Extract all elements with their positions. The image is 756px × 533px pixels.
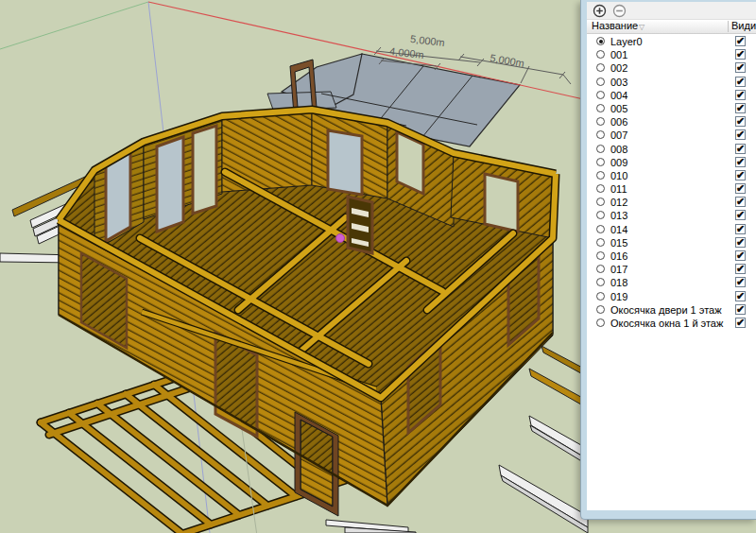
layer-name[interactable]: 011	[610, 182, 627, 196]
layer-current-radio[interactable]	[596, 130, 605, 139]
layer-row[interactable]: Окосячка двери 1 этаж	[587, 303, 756, 317]
layer-name[interactable]: 012	[610, 196, 627, 209]
layer-visible-checkbox[interactable]	[735, 210, 746, 220]
layers-toolbar	[587, 2, 756, 20]
layer-current-radio[interactable]	[596, 158, 605, 166]
layer-name[interactable]: 005	[610, 102, 627, 115]
layer-name[interactable]: 013	[610, 209, 627, 222]
layer-name[interactable]: Layer0	[610, 35, 643, 48]
layer-current-radio[interactable]	[596, 278, 605, 286]
layer-name[interactable]: 018	[610, 276, 627, 289]
layer-visible-checkbox[interactable]	[735, 224, 746, 234]
layer-name[interactable]: 006	[610, 115, 627, 129]
layer-row[interactable]: 015	[587, 236, 756, 249]
plus-circle-icon	[593, 4, 607, 18]
layer-visible-checkbox[interactable]	[735, 250, 746, 261]
layer-row[interactable]: 006	[587, 115, 756, 129]
layer-current-radio[interactable]	[596, 145, 605, 153]
layer-visible-checkbox[interactable]	[735, 77, 746, 87]
layer-visible-checkbox[interactable]	[735, 49, 746, 60]
minus-circle-icon	[612, 4, 627, 18]
layer-row[interactable]: 007	[587, 129, 756, 142]
layer-visible-checkbox[interactable]	[735, 90, 746, 100]
layers-panel: Название ▽ Види.. Layer00010020030040050…	[580, 0, 756, 520]
layer-visible-checkbox[interactable]	[735, 197, 746, 207]
layer-visible-checkbox[interactable]	[735, 144, 746, 154]
layer-list: Layer00010020030040050060070080090100110…	[587, 34, 756, 510]
layer-visible-checkbox[interactable]	[735, 103, 746, 113]
layer-visible-checkbox[interactable]	[735, 62, 746, 73]
layer-row[interactable]: 004	[587, 89, 756, 102]
column-divider	[728, 21, 729, 32]
layer-visible-checkbox[interactable]	[735, 291, 746, 301]
layer-visible-checkbox[interactable]	[735, 183, 746, 194]
sort-indicator-icon: ▽	[639, 21, 644, 33]
layer-name[interactable]: Окосячка двери 1 этаж	[610, 303, 722, 317]
layer-name[interactable]: 016	[610, 249, 627, 263]
layer-visible-checkbox[interactable]	[735, 170, 746, 181]
layer-visible-checkbox[interactable]	[735, 304, 746, 315]
layer-visible-checkbox[interactable]	[735, 264, 746, 274]
layer-name[interactable]: 014	[610, 223, 627, 236]
layer-visible-checkbox[interactable]	[735, 157, 746, 167]
add-layer-button[interactable]	[593, 4, 607, 18]
layer-current-radio[interactable]	[596, 37, 605, 45]
layer-current-radio[interactable]	[596, 318, 605, 327]
layer-name[interactable]: 015	[610, 236, 627, 249]
layer-row[interactable]: Окосячка окна 1 й этаж	[587, 317, 756, 330]
layer-current-radio[interactable]	[596, 104, 605, 112]
layer-name[interactable]: 008	[610, 143, 627, 156]
layer-current-radio[interactable]	[596, 63, 605, 72]
layer-row[interactable]: 013	[587, 209, 756, 222]
layer-row[interactable]: 019	[587, 290, 756, 303]
layer-row[interactable]: 005	[587, 102, 756, 115]
layer-row[interactable]: 002	[587, 61, 756, 75]
layer-current-radio[interactable]	[596, 171, 605, 180]
layer-name[interactable]: 017	[610, 263, 627, 276]
layer-current-radio[interactable]	[596, 198, 605, 206]
layer-name[interactable]: 004	[610, 89, 627, 102]
layer-current-radio[interactable]	[596, 251, 605, 260]
layer-current-radio[interactable]	[596, 117, 605, 126]
layer-current-radio[interactable]	[596, 225, 605, 233]
layer-name[interactable]: 002	[610, 61, 627, 75]
layer-current-radio[interactable]	[596, 77, 605, 86]
layer-visible-checkbox[interactable]	[735, 129, 746, 140]
layer-visible-checkbox[interactable]	[735, 318, 746, 328]
layer-row[interactable]: 001	[587, 48, 756, 61]
layer-current-radio[interactable]	[596, 305, 605, 314]
layer-row[interactable]: 008	[587, 143, 756, 156]
layer-visible-checkbox[interactable]	[735, 116, 746, 127]
layer-row[interactable]: 018	[587, 276, 756, 289]
layer-current-radio[interactable]	[596, 50, 605, 59]
layer-name[interactable]: 019	[610, 290, 627, 303]
layer-current-radio[interactable]	[596, 265, 605, 273]
layer-visible-checkbox[interactable]	[735, 237, 746, 248]
layer-row[interactable]: 012	[587, 196, 756, 209]
layer-row[interactable]: 014	[587, 223, 756, 236]
layer-row[interactable]: 011	[587, 182, 756, 196]
layer-current-radio[interactable]	[596, 91, 605, 99]
layer-current-radio[interactable]	[596, 292, 605, 301]
layer-visible-checkbox[interactable]	[735, 277, 746, 287]
layer-row[interactable]: 017	[587, 263, 756, 276]
layer-name[interactable]: Окосячка окна 1 й этаж	[610, 317, 723, 330]
layer-name[interactable]: 003	[610, 76, 627, 89]
layer-name[interactable]: 009	[610, 156, 627, 169]
layer-row[interactable]: Layer0	[587, 35, 756, 48]
layer-name[interactable]: 010	[610, 169, 627, 182]
layer-current-radio[interactable]	[596, 238, 605, 247]
layer-visible-checkbox[interactable]	[735, 36, 746, 46]
layer-row[interactable]: 010	[587, 169, 756, 182]
layer-row[interactable]: 009	[587, 156, 756, 169]
layer-list-header: Название ▽ Види..	[587, 20, 756, 34]
layer-name[interactable]: 001	[610, 48, 627, 61]
column-header-name[interactable]: Название	[592, 20, 638, 32]
layer-row[interactable]: 003	[587, 76, 756, 89]
layer-name[interactable]: 007	[610, 129, 627, 142]
layer-current-radio[interactable]	[596, 211, 605, 219]
layer-current-radio[interactable]	[596, 184, 605, 193]
layer-row[interactable]: 016	[587, 249, 756, 263]
remove-layer-button[interactable]	[612, 4, 627, 18]
column-header-visible[interactable]: Види..	[731, 20, 756, 32]
